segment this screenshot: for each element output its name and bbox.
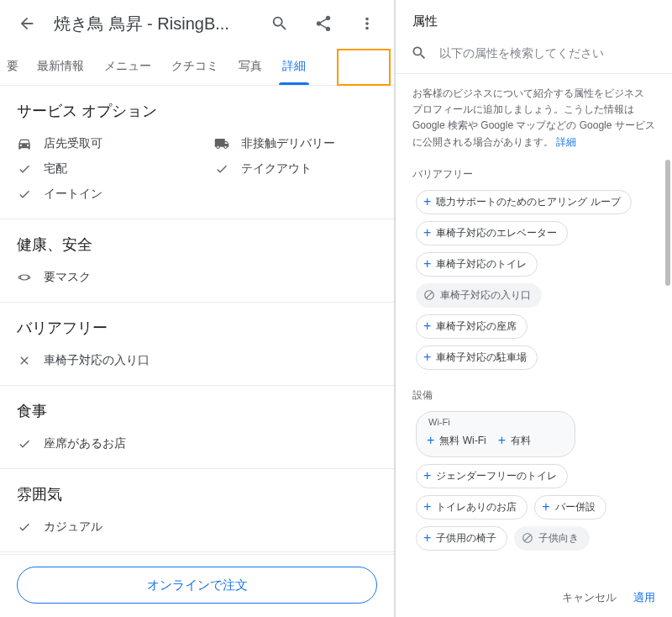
check-icon xyxy=(17,519,32,535)
section-title: 雰囲気 xyxy=(17,484,377,504)
not-available-icon xyxy=(522,532,533,544)
tab-overview[interactable]: 要 xyxy=(3,47,27,85)
chip-wheelchair-entrance[interactable]: 車椅子対応の入り口 xyxy=(416,283,542,308)
section-title: サービス オプション xyxy=(17,101,377,121)
attr-label: 宅配 xyxy=(44,161,67,177)
tabs: 要 最新情報 メニュー クチコミ 写真 詳細 xyxy=(0,47,394,86)
chip-hearing-loop[interactable]: +聴力サポートのためのヒアリング ループ xyxy=(416,190,632,214)
wifi-chip-group: Wi-Fi +無料 Wi-Fi +有料 xyxy=(416,411,575,457)
section-service-options: サービス オプション 店先受取可 宅配 xyxy=(0,86,394,219)
attr-curbside: 店先受取可 xyxy=(17,131,181,156)
more-vert-icon xyxy=(358,14,376,33)
section-dining: 食事 座席があるお店 xyxy=(0,386,394,469)
check-icon xyxy=(214,161,229,177)
attr-label: 座席があるお店 xyxy=(44,436,126,451)
share-icon xyxy=(314,14,333,33)
attr-delivery: 宅配 xyxy=(17,156,181,182)
attr-mask: 要マスク xyxy=(17,265,377,290)
plus-icon: + xyxy=(423,195,431,208)
attr-label: 店先受取可 xyxy=(44,136,102,151)
chip-wheelchair-seating[interactable]: +車椅子対応の座席 xyxy=(416,314,528,339)
chip-wheelchair-parking[interactable]: +車椅子対応の駐車場 xyxy=(416,345,538,370)
section-title: 健康、安全 xyxy=(17,235,377,255)
tab-photos[interactable]: 写真 xyxy=(228,47,272,85)
chip-wifi-paid[interactable]: +有料 xyxy=(495,432,534,450)
bottom-bar: オンラインで注文 xyxy=(0,554,394,617)
back-button[interactable] xyxy=(10,7,44,40)
not-available-icon xyxy=(423,289,435,301)
plus-icon: + xyxy=(423,469,431,483)
chip-has-toilet[interactable]: +トイレありのお店 xyxy=(416,495,528,519)
attr-label: テイクアウト xyxy=(241,161,312,177)
check-icon xyxy=(17,161,32,177)
tab-details[interactable]: 詳細 xyxy=(272,47,316,85)
plus-icon: + xyxy=(423,351,431,364)
attributes-editor-panel: 属性 お客様のビジネスについて紹介する属性をビジネス プロフィールに追加しましょ… xyxy=(395,0,672,617)
details-link[interactable]: 詳細 xyxy=(556,136,576,148)
delivery-icon xyxy=(214,136,229,151)
panel-title: 属性 xyxy=(396,0,672,36)
car-icon xyxy=(17,136,32,151)
highlight-box xyxy=(337,49,391,86)
section-accessibility: バリアフリー 車椅子対応の入り口 xyxy=(0,303,394,386)
group-amenities: 設備 Wi-Fi +無料 Wi-Fi +有料 +ジェンダーフリーのトイレ +トイ… xyxy=(396,377,672,557)
check-icon xyxy=(17,187,32,202)
share-button[interactable] xyxy=(307,7,340,40)
group-title: バリアフリー xyxy=(412,167,655,182)
search-row xyxy=(396,36,672,74)
chip-wheelchair-elevator[interactable]: +車椅子対応のエレベーター xyxy=(416,221,568,245)
apply-button[interactable]: 適用 xyxy=(633,590,655,605)
section-atmosphere: 雰囲気 カジュアル xyxy=(0,469,394,552)
attr-label: 非接触デリバリー xyxy=(241,136,335,151)
arrow-back-icon xyxy=(18,14,36,33)
tab-latest[interactable]: 最新情報 xyxy=(27,47,94,85)
more-button[interactable] xyxy=(350,7,384,40)
mask-icon xyxy=(17,270,32,285)
chip-wifi-free[interactable]: +無料 Wi-Fi xyxy=(423,432,490,450)
plus-icon: + xyxy=(498,434,506,447)
order-online-button[interactable]: オンラインで注文 xyxy=(17,567,377,604)
search-icon xyxy=(411,45,428,61)
search-button[interactable] xyxy=(263,7,297,40)
attribute-search-input[interactable] xyxy=(439,46,657,60)
attr-takeout: テイクアウト xyxy=(214,156,378,182)
chip-kids-chair[interactable]: +子供用の椅子 xyxy=(416,526,507,551)
tab-reviews[interactable]: クチコミ xyxy=(161,47,228,85)
tab-menu[interactable]: メニュー xyxy=(94,47,161,85)
attr-casual: カジュアル xyxy=(17,514,377,540)
section-title: 食事 xyxy=(17,401,377,421)
maps-details-panel: 焼き鳥 鳥昇 - RisingB... 要 最新情報 メニュー クチコミ 写真 … xyxy=(0,0,395,617)
plus-icon: + xyxy=(423,257,431,271)
attr-dinein: イートイン xyxy=(17,182,181,207)
dialog-actions: キャンセル 適用 xyxy=(396,578,672,617)
check-icon xyxy=(17,436,32,451)
chip-bar[interactable]: +バー併設 xyxy=(534,495,606,519)
cancel-button[interactable]: キャンセル xyxy=(562,590,617,605)
chip-wheelchair-toilet[interactable]: +車椅子対応のトイレ xyxy=(416,252,538,277)
header: 焼き鳥 鳥昇 - RisingB... xyxy=(0,0,394,47)
chip-good-for-kids[interactable]: 子供向き xyxy=(514,526,590,551)
attr-label: 要マスク xyxy=(44,270,91,285)
close-icon xyxy=(17,353,32,368)
group-title: 設備 xyxy=(412,388,655,403)
section-title: バリアフリー xyxy=(17,318,377,338)
plus-icon: + xyxy=(423,319,431,333)
section-health: 健康、安全 要マスク xyxy=(0,219,394,303)
plus-icon: + xyxy=(427,434,434,447)
attr-seating: 座席があるお店 xyxy=(17,431,377,456)
plus-icon: + xyxy=(542,500,549,514)
attr-label: 車椅子対応の入り口 xyxy=(44,353,150,368)
search-icon xyxy=(270,14,289,33)
wifi-label: Wi-Fi xyxy=(423,417,568,427)
group-accessibility: バリアフリー +聴力サポートのためのヒアリング ループ +車椅子対応のエレベータ… xyxy=(396,156,672,377)
page-title: 焼き鳥 鳥昇 - RisingB... xyxy=(54,13,253,35)
details-scroll[interactable]: サービス オプション 店先受取可 宅配 xyxy=(0,86,394,554)
plus-icon: + xyxy=(423,226,431,240)
scrollbar[interactable] xyxy=(665,160,670,286)
attr-wheelchair-entrance-no: 車椅子対応の入り口 xyxy=(17,348,377,373)
chip-gender-free-toilet[interactable]: +ジェンダーフリーのトイレ xyxy=(416,464,568,488)
attributes-scroll[interactable]: バリアフリー +聴力サポートのためのヒアリング ループ +車椅子対応のエレベータ… xyxy=(396,156,672,578)
plus-icon: + xyxy=(423,500,431,514)
attr-nocontact: 非接触デリバリー xyxy=(214,131,378,156)
plus-icon: + xyxy=(423,531,431,545)
